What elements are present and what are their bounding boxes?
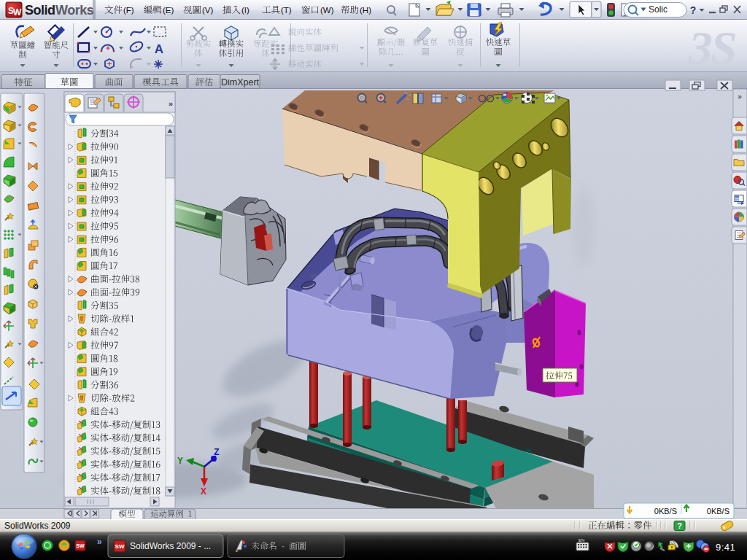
svg-text:0KB/S: 0KB/S <box>654 507 677 516</box>
svg-text:(T): (T) <box>281 6 292 15</box>
svg-text:SW: SW <box>76 543 85 548</box>
svg-text:(F): (F) <box>123 6 134 15</box>
svg-text:EN: EN <box>578 538 584 542</box>
svg-text:0KB/S: 0KB/S <box>707 507 729 516</box>
svg-text:?: ? <box>690 4 697 16</box>
svg-text:(I): (I) <box>241 6 249 15</box>
svg-text:(E): (E) <box>163 6 174 15</box>
svg-text:DimXpert: DimXpert <box>221 77 260 88</box>
svg-text:A: A <box>155 42 163 56</box>
svg-text:Solic: Solic <box>649 4 667 15</box>
svg-text:X: X <box>201 486 206 497</box>
svg-text:(V): (V) <box>202 6 214 15</box>
svg-text:?: ? <box>677 521 682 530</box>
svg-text:Z: Z <box>214 447 219 457</box>
svg-text:Solid: Solid <box>25 3 55 18</box>
svg-text:W: W <box>13 7 22 18</box>
svg-text:»: » <box>97 537 102 547</box>
svg-text:SW: SW <box>115 543 125 550</box>
svg-text:9:41: 9:41 <box>716 542 735 553</box>
svg-text:SolidWorks 2009 - ...: SolidWorks 2009 - ... <box>130 541 211 551</box>
svg-text:Y: Y <box>177 456 183 466</box>
svg-text:»: » <box>738 93 742 101</box>
svg-text:Works: Works <box>55 3 94 18</box>
svg-text:(W): (W) <box>320 6 334 15</box>
svg-text:(H): (H) <box>360 6 371 15</box>
svg-text:»: » <box>169 99 173 108</box>
svg-text:3S: 3S <box>688 21 735 74</box>
svg-text:SolidWorks 2009: SolidWorks 2009 <box>4 521 71 531</box>
